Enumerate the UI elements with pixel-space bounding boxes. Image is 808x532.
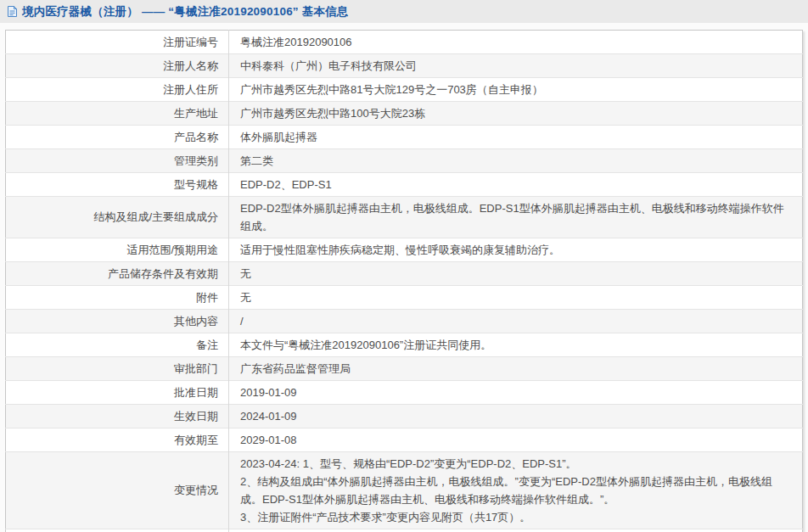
- row-label: 结构及组成/主要组成成分: [6, 197, 229, 238]
- row-value: 2024-01-09: [229, 405, 803, 428]
- info-table: 注册证编号粤械注准20192090106注册人名称中科泰科（广州）电子科技有限公…: [5, 30, 803, 532]
- row-value: 无: [229, 262, 803, 286]
- table-row: 产品名称体外膈肌起搏器: [6, 126, 803, 149]
- row-value: 无: [229, 286, 803, 310]
- table-row: 附件无: [6, 286, 803, 310]
- row-label: 附件: [6, 286, 229, 310]
- row-value: 详情: [229, 529, 803, 532]
- table-row: 变更情况2023-04-24: 1、型号、规格由“EDP-D2”变更为“EDP-…: [6, 452, 803, 529]
- table-row: 适用范围/预期用途适用于慢性阻塞性肺疾病稳定期、慢性呼吸衰竭的康复辅助治疗。: [6, 238, 803, 262]
- row-label: 批准日期: [6, 381, 229, 405]
- table-row: 注册人住所广州市越秀区先烈中路81号大院129号之一703房（自主申报）: [6, 78, 803, 102]
- table-row: 产品储存条件及有效期无: [6, 262, 803, 286]
- row-label: 适用范围/预期用途: [6, 238, 229, 262]
- row-label: 管理类别: [6, 149, 229, 173]
- table-row: 批准日期2019-01-09: [6, 381, 803, 405]
- row-value: 适用于慢性阻塞性肺疾病稳定期、慢性呼吸衰竭的康复辅助治疗。: [229, 238, 803, 262]
- row-value: 广州市越秀区先烈中路100号大院23栋: [229, 102, 803, 126]
- table-row: 结构及组成/主要组成成分EDP-D2型体外膈肌起搏器由主机，电极线组成。EDP-…: [6, 197, 803, 238]
- info-table-body: 注册证编号粤械注准20192090106注册人名称中科泰科（广州）电子科技有限公…: [6, 31, 803, 532]
- row-value: 体外膈肌起搏器: [229, 126, 803, 149]
- row-label: 注册人住所: [6, 78, 229, 102]
- row-value: 2023-04-24: 1、型号、规格由“EDP-D2”变更为“EDP-D2、E…: [229, 452, 803, 529]
- row-label: 审批部门: [6, 357, 229, 381]
- row-label: 注: [6, 529, 229, 532]
- row-value: 广州市越秀区先烈中路81号大院129号之一703房（自主申报）: [229, 78, 803, 102]
- row-label: 生产地址: [6, 102, 229, 126]
- table-row: 注册人名称中科泰科（广州）电子科技有限公司: [6, 54, 803, 78]
- table-row: 审批部门广东省药品监督管理局: [6, 357, 803, 381]
- row-value: 广东省药品监督管理局: [229, 357, 803, 381]
- row-label: 其他内容: [6, 310, 229, 333]
- row-value: /: [229, 310, 803, 333]
- table-row: 注详情: [6, 529, 803, 532]
- page: 境内医疗器械（注册） —— “粤械注准20192090106” 基本信息 注册证…: [0, 0, 808, 532]
- row-value: 第二类: [229, 149, 803, 173]
- row-label: 产品名称: [6, 126, 229, 149]
- row-value: EDP-D2、EDP-S1: [229, 173, 803, 197]
- row-label: 生效日期: [6, 405, 229, 428]
- page-title: 境内医疗器械（注册） —— “粤械注准20192090106” 基本信息: [22, 4, 349, 20]
- row-label: 有效期至: [6, 428, 229, 452]
- row-value: 2019-01-09: [229, 381, 803, 405]
- row-label: 注册人名称: [6, 54, 229, 78]
- table-row: 型号规格EDP-D2、EDP-S1: [6, 173, 803, 197]
- table-row: 生产地址广州市越秀区先烈中路100号大院23栋: [6, 102, 803, 126]
- row-value: 2029-01-08: [229, 428, 803, 452]
- row-value: 粤械注准20192090106: [229, 31, 803, 54]
- row-value: 本文件与“粤械注准20192090106”注册证共同使用。: [229, 333, 803, 357]
- row-value: EDP-D2型体外膈肌起搏器由主机，电极线组成。EDP-S1型体外膈肌起搏器由主…: [229, 197, 803, 238]
- table-row: 管理类别第二类: [6, 149, 803, 173]
- document-icon: [7, 5, 18, 18]
- table-row: 生效日期2024-01-09: [6, 405, 803, 428]
- table-row: 有效期至2029-01-08: [6, 428, 803, 452]
- table-row: 其他内容/: [6, 310, 803, 333]
- table-row: 备注本文件与“粤械注准20192090106”注册证共同使用。: [6, 333, 803, 357]
- table-row: 注册证编号粤械注准20192090106: [6, 31, 803, 54]
- row-value: 中科泰科（广州）电子科技有限公司: [229, 54, 803, 78]
- row-label: 型号规格: [6, 173, 229, 197]
- page-header: 境内医疗器械（注册） —— “粤械注准20192090106” 基本信息: [0, 0, 808, 23]
- row-label: 变更情况: [6, 452, 229, 529]
- row-label: 注册证编号: [6, 31, 229, 54]
- row-label: 备注: [6, 333, 229, 357]
- row-label: 产品储存条件及有效期: [6, 262, 229, 286]
